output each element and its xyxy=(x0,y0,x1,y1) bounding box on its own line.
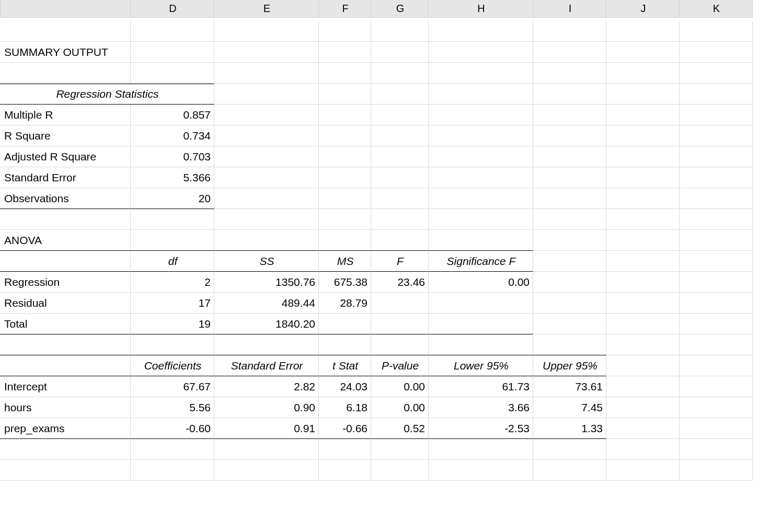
coef-cell[interactable]: 7.45 xyxy=(533,397,606,418)
cell[interactable] xyxy=(680,42,753,63)
col-header[interactable]: J xyxy=(606,0,680,18)
cell[interactable] xyxy=(319,439,371,460)
cell[interactable] xyxy=(429,105,533,125)
cell[interactable] xyxy=(680,230,753,251)
col-header[interactable]: G xyxy=(371,0,429,18)
anova-cell[interactable] xyxy=(371,293,429,314)
cell[interactable] xyxy=(0,209,131,230)
coef-cell[interactable]: 5.56 xyxy=(131,397,214,418)
cell[interactable] xyxy=(606,42,680,63)
cell[interactable] xyxy=(214,125,319,146)
anova-cell[interactable]: 19 xyxy=(131,314,214,334)
col-header[interactable]: D xyxy=(131,0,214,18)
anova-header-sigf[interactable]: Significance F xyxy=(429,251,533,272)
cell[interactable] xyxy=(680,439,753,460)
reg-stat-label[interactable]: Adjusted R Square xyxy=(0,146,131,167)
cell[interactable] xyxy=(606,418,680,439)
cell[interactable] xyxy=(429,42,533,63)
cell[interactable] xyxy=(131,63,214,84)
cell[interactable] xyxy=(371,63,429,84)
coef-row-label[interactable]: prep_exams xyxy=(0,418,131,439)
cell[interactable] xyxy=(429,84,533,105)
coef-cell[interactable]: -0.60 xyxy=(131,418,214,439)
cell[interactable] xyxy=(680,293,753,314)
coef-cell[interactable]: 0.00 xyxy=(371,376,429,397)
cell[interactable] xyxy=(533,125,606,146)
col-header[interactable]: K xyxy=(680,0,753,18)
anova-cell[interactable]: 2 xyxy=(131,272,214,293)
col-header[interactable]: H xyxy=(429,0,533,18)
anova-header-df[interactable]: df xyxy=(131,251,214,272)
cell[interactable] xyxy=(533,293,606,314)
cell[interactable] xyxy=(533,42,606,63)
cell[interactable] xyxy=(680,63,753,84)
cell[interactable] xyxy=(319,21,371,42)
cell[interactable] xyxy=(680,105,753,125)
cell[interactable] xyxy=(319,209,371,230)
cell[interactable] xyxy=(533,146,606,167)
cell[interactable] xyxy=(680,188,753,209)
cell[interactable] xyxy=(371,209,429,230)
coef-cell[interactable]: 73.61 xyxy=(533,376,606,397)
reg-stat-label[interactable]: Multiple R xyxy=(0,105,131,125)
cell[interactable] xyxy=(429,63,533,84)
cell[interactable] xyxy=(680,460,753,481)
cell[interactable] xyxy=(319,167,371,188)
cell[interactable] xyxy=(429,230,533,251)
cell[interactable] xyxy=(214,209,319,230)
anova-cell[interactable]: 23.46 xyxy=(371,272,429,293)
cell[interactable] xyxy=(371,105,429,125)
cell[interactable] xyxy=(371,460,429,481)
cell[interactable] xyxy=(0,355,131,376)
coef-cell[interactable]: -0.66 xyxy=(319,418,371,439)
cell[interactable] xyxy=(371,334,429,355)
cell[interactable] xyxy=(429,209,533,230)
cell[interactable] xyxy=(680,314,753,334)
spreadsheet[interactable]: D E F G H I J K SUMMARY OUTPUT Regressio… xyxy=(0,0,770,481)
cell[interactable] xyxy=(319,42,371,63)
coef-row-label[interactable]: hours xyxy=(0,397,131,418)
coef-cell[interactable]: 0.52 xyxy=(371,418,429,439)
cell[interactable] xyxy=(606,334,680,355)
cell[interactable] xyxy=(680,125,753,146)
cell[interactable] xyxy=(371,125,429,146)
cell[interactable] xyxy=(606,84,680,105)
cell[interactable] xyxy=(0,334,131,355)
cell[interactable] xyxy=(606,355,680,376)
cell[interactable] xyxy=(606,460,680,481)
coef-header-coefficients[interactable]: Coefficients xyxy=(131,355,214,376)
cell[interactable] xyxy=(680,21,753,42)
cell[interactable] xyxy=(606,188,680,209)
anova-title[interactable]: ANOVA xyxy=(0,230,131,251)
anova-cell[interactable]: 1840.20 xyxy=(214,314,319,334)
cell[interactable] xyxy=(680,355,753,376)
coef-cell[interactable]: 0.90 xyxy=(214,397,319,418)
coef-cell[interactable]: -2.53 xyxy=(429,418,533,439)
anova-cell[interactable]: 28.79 xyxy=(319,293,371,314)
cell[interactable] xyxy=(429,146,533,167)
cell[interactable] xyxy=(214,167,319,188)
cell[interactable] xyxy=(606,209,680,230)
anova-header-ms[interactable]: MS xyxy=(319,251,371,272)
cell[interactable] xyxy=(429,460,533,481)
cell[interactable] xyxy=(606,230,680,251)
cell[interactable] xyxy=(319,334,371,355)
anova-header-f[interactable]: F xyxy=(371,251,429,272)
cell[interactable] xyxy=(533,334,606,355)
cell[interactable] xyxy=(680,251,753,272)
cell[interactable] xyxy=(319,188,371,209)
cell[interactable] xyxy=(680,272,753,293)
coef-cell[interactable]: 6.18 xyxy=(319,397,371,418)
cell[interactable] xyxy=(680,146,753,167)
anova-cell[interactable]: 489.44 xyxy=(214,293,319,314)
coef-header-tstat[interactable]: t Stat xyxy=(319,355,371,376)
cell[interactable] xyxy=(371,439,429,460)
cell[interactable] xyxy=(0,460,131,481)
cell[interactable] xyxy=(533,84,606,105)
cell[interactable] xyxy=(429,21,533,42)
cell[interactable] xyxy=(606,293,680,314)
coef-cell[interactable]: 2.82 xyxy=(214,376,319,397)
reg-stat-value[interactable]: 0.857 xyxy=(131,105,214,125)
cell[interactable] xyxy=(0,439,131,460)
cell[interactable] xyxy=(319,146,371,167)
